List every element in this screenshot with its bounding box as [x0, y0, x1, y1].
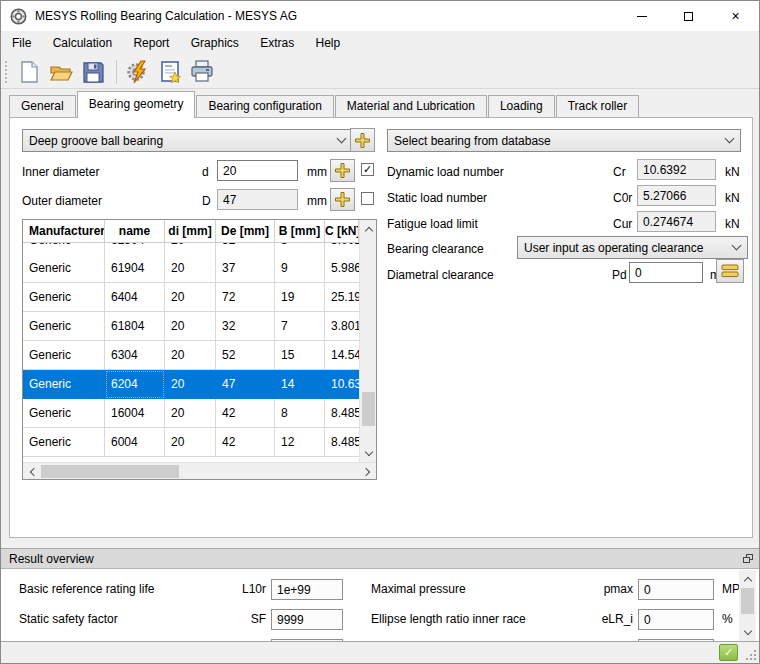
cell: 19: [275, 283, 325, 312]
tab-bearing-configuration[interactable]: Bearing configuration: [196, 95, 333, 117]
result-value-input[interactable]: [638, 579, 714, 600]
column-header-manufacturer[interactable]: Manufacturer: [23, 220, 105, 243]
cell: Generic: [23, 399, 105, 428]
save-file-button[interactable]: [78, 57, 108, 87]
scroll-down-arrow[interactable]: [360, 445, 377, 462]
scroll-down-arrow[interactable]: [739, 624, 756, 641]
cell: Generic: [23, 370, 105, 399]
static-load-unit: kN: [725, 191, 740, 205]
menu-graphics[interactable]: Graphics: [182, 31, 248, 55]
scroll-up-arrow[interactable]: [739, 570, 756, 587]
column-header-name[interactable]: name: [105, 220, 165, 243]
maximize-button[interactable]: [665, 1, 712, 31]
toolbar-grip[interactable]: [5, 61, 8, 83]
result-value-input[interactable]: [271, 579, 343, 600]
static-load-symbol: C0r: [613, 191, 632, 205]
close-button[interactable]: ×: [712, 1, 759, 31]
select-bearing-from-database-select[interactable]: Select bearing from database: [387, 129, 741, 152]
inner-diameter-options-button[interactable]: [330, 159, 355, 182]
table-row-61904[interactable]: Generic 61904 20 37 9 5.9863: [23, 254, 359, 283]
vertical-scroll-thumb[interactable]: [362, 392, 375, 426]
open-file-icon: [49, 60, 73, 84]
plus-icon: [334, 191, 351, 208]
cell: 6404: [105, 283, 165, 312]
outer-diameter-options-button[interactable]: [330, 188, 355, 211]
print-button[interactable]: [187, 57, 217, 87]
result-vertical-scrollbar[interactable]: [739, 570, 756, 641]
cell: 16004: [105, 399, 165, 428]
tab-bar: General Bearing geometry Bearing configu…: [9, 95, 640, 117]
table-row-6204-selected[interactable]: Generic 6204 20 47 14 10.639: [23, 370, 359, 399]
fatigue-load-input[interactable]: [637, 211, 716, 232]
inner-diameter-input[interactable]: [217, 160, 298, 181]
tab-loading[interactable]: Loading: [488, 95, 555, 117]
plus-icon: [334, 162, 351, 179]
float-panel-icon[interactable]: [743, 554, 753, 563]
column-header-c[interactable]: C [kN]: [325, 220, 359, 243]
inner-diameter-checkbox[interactable]: ✓: [361, 163, 374, 176]
menu-file[interactable]: File: [3, 31, 40, 55]
vertical-scroll-thumb[interactable]: [741, 588, 754, 614]
calculation-ok-button[interactable]: ✓: [719, 644, 738, 661]
diametral-clearance-input[interactable]: [629, 262, 703, 283]
table-row-6404[interactable]: Generic 6404 20 72 19 25.194: [23, 283, 359, 312]
tab-bearing-geometry[interactable]: Bearing geometry: [77, 91, 196, 118]
column-header-de[interactable]: De [mm]: [216, 220, 275, 243]
tab-material-and-lubrication[interactable]: Material and Lubrication: [335, 95, 487, 117]
cell: 20: [165, 283, 216, 312]
menu-report[interactable]: Report: [124, 31, 178, 55]
calculate-button[interactable]: [123, 57, 153, 87]
table-vertical-scrollbar[interactable]: [359, 220, 376, 462]
dynamic-load-label: Dynamic load number: [387, 165, 504, 179]
table-row-partial[interactable]: Generic 62804 20 32 8 3.0010: [23, 243, 359, 254]
cell: 20: [165, 254, 216, 283]
table-row-61804[interactable]: Generic 61804 20 32 7 3.8010: [23, 312, 359, 341]
open-file-button[interactable]: [46, 57, 76, 87]
result-value-input[interactable]: [638, 609, 714, 630]
cell: Generic: [23, 312, 105, 341]
table-row-6304[interactable]: Generic 6304 20 52 15 14.549: [23, 341, 359, 370]
cell: 5.9863: [325, 254, 359, 283]
tab-track-roller[interactable]: Track roller: [556, 95, 640, 117]
outer-diameter-label: Outer diameter: [22, 194, 102, 208]
fatigue-load-symbol: Cur: [613, 217, 632, 231]
table-row-6004[interactable]: Generic 6004 20 42 12 8.4859: [23, 428, 359, 457]
column-header-di[interactable]: di [mm]: [165, 220, 216, 243]
minimize-button[interactable]: [618, 1, 665, 31]
result-overview-body: Basic reference rating life L10r Maximal…: [1, 569, 759, 642]
column-header-b[interactable]: B [mm]: [275, 220, 325, 243]
scroll-up-arrow[interactable]: [360, 220, 377, 237]
bearing-clearance-select[interactable]: User input as operating clearance: [517, 236, 748, 259]
cell: 8: [275, 243, 325, 254]
table-row-16004[interactable]: Generic 16004 20 42 8 8.4859: [23, 399, 359, 428]
dynamic-load-input[interactable]: [637, 159, 716, 180]
menu-help[interactable]: Help: [307, 31, 350, 55]
cell: 3.0010: [325, 243, 359, 254]
table-horizontal-scrollbar[interactable]: [23, 462, 376, 479]
static-load-input[interactable]: [637, 185, 716, 206]
outer-diameter-input[interactable]: [217, 189, 298, 210]
diametral-clearance-symbol: Pd: [612, 268, 627, 282]
outer-diameter-checkbox[interactable]: [361, 192, 374, 205]
bearing-type-value: Deep groove ball bearing: [29, 134, 163, 148]
result-row: Basic reference rating life L10r Maximal…: [1, 579, 759, 609]
scroll-left-arrow[interactable]: [23, 463, 40, 480]
dynamic-load-unit: kN: [725, 165, 740, 179]
clearance-options-button[interactable]: [716, 259, 744, 283]
resize-grip[interactable]: [746, 650, 756, 660]
bearing-type-select[interactable]: Deep groove ball bearing: [22, 129, 353, 152]
report-icon: [159, 60, 182, 83]
menu-calculation[interactable]: Calculation: [44, 31, 121, 55]
database-select-value: Select bearing from database: [394, 134, 551, 148]
tab-general[interactable]: General: [9, 95, 76, 117]
horizontal-scroll-thumb[interactable]: [41, 465, 179, 478]
add-bearing-type-button[interactable]: [350, 128, 375, 152]
result-overview-title: Result overview: [9, 552, 94, 566]
result-value-input[interactable]: [271, 609, 343, 630]
cell: Generic: [23, 243, 105, 254]
report-button[interactable]: [155, 57, 185, 87]
new-file-button[interactable]: [14, 57, 44, 87]
cell-focused: 6204: [105, 370, 165, 399]
menu-extras[interactable]: Extras: [251, 31, 303, 55]
scroll-right-arrow[interactable]: [359, 463, 376, 480]
